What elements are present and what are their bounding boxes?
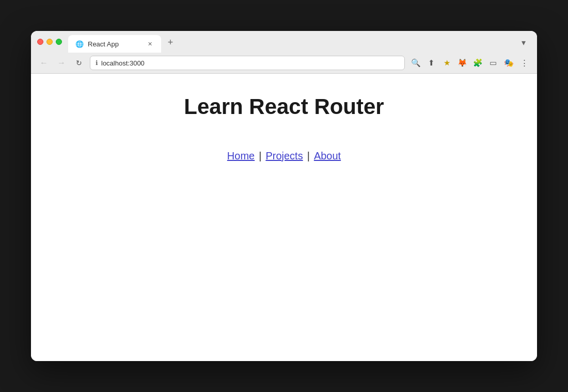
nav-links: Home | Projects | About <box>227 150 341 162</box>
url-bar[interactable]: ℹ localhost:3000 <box>90 56 405 70</box>
nav-link-about[interactable]: About <box>314 150 341 162</box>
nav-separator-2: | <box>307 150 310 162</box>
tab-bar: 🌐 React App ✕ + ▾ <box>31 31 537 53</box>
tab-close-button[interactable]: ✕ <box>146 40 154 48</box>
active-tab[interactable]: 🌐 React App ✕ <box>68 35 161 53</box>
secure-icon: ℹ <box>96 59 98 67</box>
toolbar-right: 🔍 ⬆ ★ 🦊 🧩 ▭ 🎭 ⋮ <box>409 56 531 70</box>
forward-button[interactable]: → <box>55 56 68 70</box>
new-tab-button[interactable]: + <box>163 35 178 50</box>
tab-dropdown-button[interactable]: ▾ <box>516 35 531 50</box>
title-bar: 🌐 React App ✕ + ▾ ← → ↻ ℹ localhost:3000… <box>31 31 537 74</box>
search-toolbar-button[interactable]: 🔍 <box>409 56 422 70</box>
nav-link-projects[interactable]: Projects <box>265 150 303 162</box>
url-text: localhost:3000 <box>101 59 145 67</box>
share-button[interactable]: ⬆ <box>424 56 438 70</box>
fox-extension-button[interactable]: 🦊 <box>455 56 469 70</box>
tab-title: React App <box>88 40 141 48</box>
page-heading: Learn React Router <box>184 94 384 119</box>
tab-favicon-icon: 🌐 <box>75 40 84 48</box>
maximize-button[interactable] <box>56 39 62 45</box>
nav-link-home[interactable]: Home <box>227 150 255 162</box>
browser-window: 🌐 React App ✕ + ▾ ← → ↻ ℹ localhost:3000… <box>31 31 537 361</box>
minimize-button[interactable] <box>46 39 53 45</box>
address-bar: ← → ↻ ℹ localhost:3000 🔍 ⬆ ★ 🦊 🧩 ▭ 🎭 ⋮ <box>31 53 537 73</box>
bookmark-button[interactable]: ★ <box>440 56 453 70</box>
refresh-button[interactable]: ↻ <box>72 56 86 70</box>
avatar-icon: 🎭 <box>504 58 514 68</box>
sidebar-button[interactable]: ▭ <box>486 56 500 70</box>
page-content: Learn React Router Home | Projects | Abo… <box>31 74 537 361</box>
nav-separator-1: | <box>259 150 261 162</box>
extensions-button[interactable]: 🧩 <box>471 56 484 70</box>
traffic-lights <box>37 39 62 49</box>
back-button[interactable]: ← <box>37 56 51 70</box>
close-button[interactable] <box>37 39 43 45</box>
menu-button[interactable]: ⋮ <box>517 56 531 70</box>
avatar-button[interactable]: 🎭 <box>502 56 515 70</box>
